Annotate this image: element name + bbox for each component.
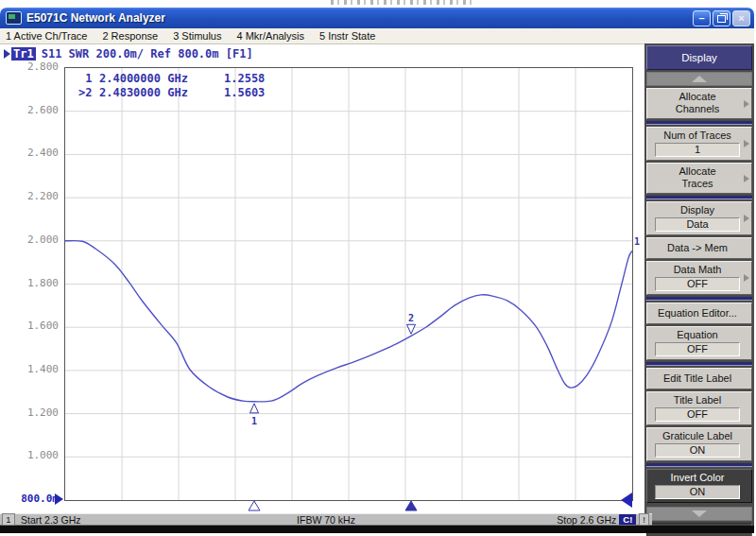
- submenu-arrow-icon: [744, 175, 749, 182]
- marker-readout: 12.4000000 GHz1.2558>22.4830000 GHz1.560…: [78, 72, 265, 100]
- y-axis-tick-label: 800.0m: [0, 493, 59, 505]
- restore-icon: [717, 15, 726, 23]
- submenu-arrow-icon: [744, 274, 749, 282]
- softkey-data-math[interactable]: Data MathOFF: [646, 261, 752, 295]
- y-axis-tick-label: 2.200: [0, 190, 59, 202]
- menu-item-3[interactable]: 3 Stimulus: [173, 30, 221, 42]
- gridlines: [65, 68, 632, 500]
- submenu-arrow-icon: [744, 140, 749, 147]
- menu-item-4[interactable]: 4 Mkr/Analysis: [236, 30, 304, 42]
- softkey-num-of-traces-value: 1: [655, 143, 740, 157]
- y-axis-tick-label: 1.400: [0, 363, 59, 375]
- softkey-equation[interactable]: EquationOFF: [646, 326, 752, 360]
- softkey-invert-color[interactable]: Invert ColorON: [646, 469, 752, 503]
- submenu-arrow-icon: [744, 100, 749, 108]
- stop-frequency-label: Stop 2.6 GHz: [557, 514, 616, 526]
- y-axis-tick-label: 1.800: [0, 277, 59, 289]
- softkey-title-label-value: OFF: [655, 407, 740, 422]
- softkey-display-data[interactable]: DisplayData: [646, 201, 752, 235]
- softkey-sidebar: Display AllocateChannelsNum of Traces1Al…: [644, 43, 754, 526]
- close-button[interactable]: ×: [732, 10, 750, 26]
- marker-2-symbol[interactable]: 2: [407, 313, 416, 334]
- trace-format-text: S11 SWR 200.0m/ Ref 800.0m [F1]: [42, 47, 253, 61]
- softkey-graticule-label-value: ON: [655, 443, 740, 458]
- submenu-arrow-icon: [744, 215, 749, 222]
- marker-1-symbol[interactable]: 1: [250, 404, 259, 426]
- softkey-edit-title-label[interactable]: Edit Title Label: [646, 368, 752, 389]
- softkey-title-label[interactable]: Title LabelOFF: [646, 391, 752, 425]
- softkey-separator: [646, 362, 752, 366]
- ifbw-label: IFBW 70 kHz: [0, 514, 652, 526]
- plot-area[interactable]: 121 12.4000000 GHz1.2558>22.4830000 GHz1…: [64, 67, 633, 501]
- softkey-scroll-down[interactable]: [646, 507, 752, 521]
- bottom-strip: [0, 526, 754, 533]
- softkey-data-to-mem[interactable]: Data -> Mem: [646, 237, 752, 259]
- y-axis-tick-label: 1.200: [0, 406, 59, 419]
- y-axis-tick-label: 2.000: [0, 233, 59, 246]
- softkey-data-math-value: OFF: [655, 277, 740, 291]
- svg-text:1: 1: [251, 416, 257, 426]
- y-axis-tick-label: 1.000: [0, 449, 59, 461]
- e5071c-screen: E5071C Network Analyzer – × 1 Active Ch/…: [0, 0, 756, 536]
- cropped-header-text: [0, 0, 756, 8]
- y-axis-tick-label: 1.600: [0, 320, 59, 332]
- window-titlebar: E5071C Network Analyzer – ×: [0, 8, 754, 28]
- softkey-menu-title: Display: [646, 45, 752, 70]
- y-axis-tick-label: 2.800: [0, 61, 59, 73]
- marker-readout-row: 12.4000000 GHz1.2558: [78, 72, 265, 86]
- swr-chart: 121: [65, 68, 632, 500]
- softkey-separator: [646, 121, 752, 125]
- reference-level-pointer-icon: [55, 493, 63, 505]
- softkey-invert-color-value: ON: [655, 485, 740, 499]
- status-bar: 1 Start 2.3 GHz IFBW 70 kHz Stop 2.6 GHz…: [0, 513, 652, 526]
- softkey-allocate-traces[interactable]: AllocateTraces: [646, 163, 752, 194]
- warning-badge: !: [639, 513, 649, 526]
- graph-region: Tr1 S11 SWR 200.0m/ Ref 800.0m [F1] 2.80…: [0, 44, 644, 515]
- menu-item-2[interactable]: 2 Response: [102, 30, 158, 42]
- y-axis-tick-label: 2.400: [0, 147, 59, 159]
- svg-text:2: 2: [408, 313, 414, 323]
- softkey-num-of-traces[interactable]: Num of Traces1: [646, 127, 752, 161]
- y-axis-tick-label: 2.600: [0, 104, 59, 116]
- marker-2-stimulus-indicator[interactable]: [405, 501, 417, 510]
- reference-level-pointer-right-icon: [621, 493, 632, 508]
- scroll-down-icon: [692, 510, 707, 517]
- scroll-up-icon: [692, 76, 707, 82]
- minimize-button[interactable]: –: [693, 10, 711, 26]
- menu-item-5[interactable]: 5 Instr State: [319, 30, 375, 42]
- softkey-display-data-value: Data: [655, 217, 740, 232]
- softkey-separator: [646, 297, 752, 301]
- marker-1-stimulus-indicator[interactable]: [249, 501, 260, 510]
- marker-readout-row: >22.4830000 GHz1.5603: [78, 86, 265, 100]
- softkey-equation-value: OFF: [655, 342, 740, 356]
- app-icon: [6, 11, 22, 25]
- softkey-equation-editor[interactable]: Equation Editor...: [646, 303, 752, 324]
- restore-button[interactable]: [713, 10, 730, 26]
- trace-end-number: 1: [634, 236, 640, 247]
- window-title: E5071C Network Analyzer: [26, 11, 693, 25]
- softkey-allocate-channels[interactable]: AllocateChannels: [646, 88, 752, 119]
- softkey-separator: [646, 463, 752, 467]
- softkey-graticule-label[interactable]: Graticule LabelON: [646, 427, 752, 461]
- softkey-scroll-up[interactable]: [646, 72, 752, 86]
- softkey-separator: [646, 196, 752, 199]
- menu-bar: 1 Active Ch/Trace2 Response3 Stimulus4 M…: [0, 28, 754, 44]
- menu-item-1[interactable]: 1 Active Ch/Trace: [6, 30, 87, 42]
- correction-status-badge: C!: [619, 514, 636, 525]
- y-axis-labels: 2.8002.6002.4002.2002.0001.8001.6001.400…: [0, 44, 59, 515]
